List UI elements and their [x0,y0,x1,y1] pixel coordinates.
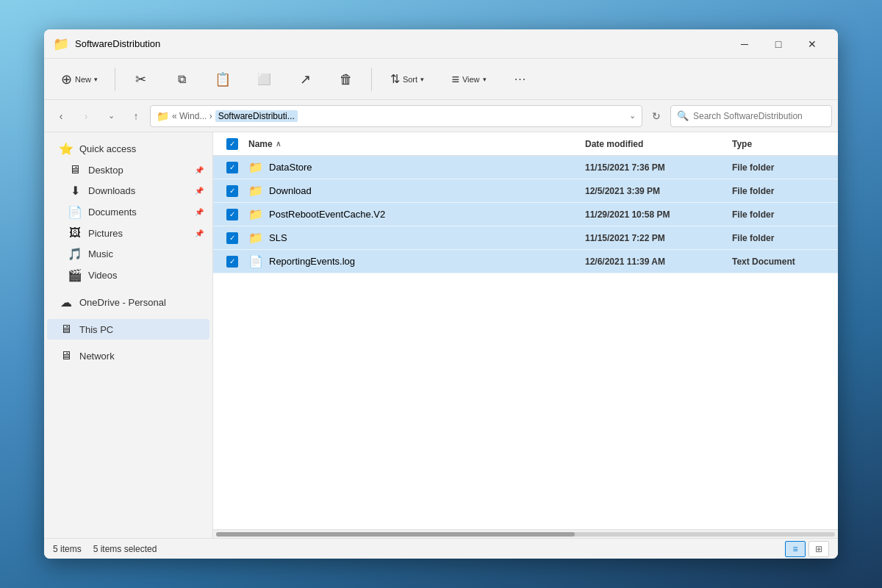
row-check-download[interactable]: ✓ [219,185,245,197]
sidebar-label-documents: Documents [88,207,189,218]
row-name-reportingevents: 📄 ReportingEvents.log [245,254,582,268]
scrollbar-thumb[interactable] [216,532,575,537]
address-current-folder: SoftwareDistributi... [215,110,298,122]
maximize-button[interactable]: □ [761,32,795,56]
sidebar-item-pictures[interactable]: 🖼 Pictures 📌 [47,223,209,243]
table-row[interactable]: ✓ 📁 Download 12/5/2021 3:39 PM File fold… [213,179,838,203]
view-label: View [462,75,480,84]
sidebar-item-downloads[interactable]: ⬇ Downloads 📌 [47,180,209,201]
sidebar-item-documents[interactable]: 📄 Documents 📌 [47,201,209,223]
row-check-postreboot[interactable]: ✓ [219,209,245,220]
list-view-button[interactable]: ≡ [785,541,806,557]
search-box[interactable]: 🔍 [670,105,832,127]
delete-button[interactable]: 🗑 [327,62,365,97]
address-folder-icon: 📁 [157,110,169,122]
horizontal-scrollbar[interactable] [213,529,838,538]
music-icon: 🎵 [68,247,82,261]
more-button[interactable]: ··· [501,62,539,97]
paste-button[interactable]: 📋 [204,62,242,97]
header-checkbox[interactable]: ✓ [226,138,238,150]
row-name-sls: 📁 SLS [245,231,582,245]
row-check-reportingevents[interactable]: ✓ [219,256,245,268]
downloads-icon: ⬇ [68,184,82,198]
sidebar-label-downloads: Downloads [88,185,189,196]
sort-button[interactable]: ⇅ Sort ▾ [378,62,437,97]
row-check-sls[interactable]: ✓ [219,232,245,244]
checkbox-postreboot[interactable]: ✓ [226,209,238,220]
more-icon: ··· [514,74,526,85]
share-button[interactable]: ↗ [286,62,324,97]
address-box[interactable]: 📁 « Wind... › SoftwareDistributi... ⌄ [150,105,642,127]
view-button[interactable]: ≡ View ▾ [440,62,498,97]
pictures-pin-icon: 📌 [195,229,204,237]
view-dropdown-arrow: ▾ [483,76,487,83]
addressbar: ‹ › ⌄ ↑ 📁 « Wind... › SoftwareDistributi… [44,100,838,132]
quick-access-icon: ⭐ [59,142,74,156]
sidebar-item-desktop[interactable]: 🖥 Desktop 📌 [47,159,209,180]
sidebar-item-onedrive[interactable]: ☁ OneDrive - Personal [47,292,209,313]
new-button[interactable]: ⊕ New ▾ [50,62,109,97]
sidebar-item-network[interactable]: 🖥 Network [47,345,209,366]
copy-button[interactable]: ⧉ [162,62,201,97]
row-name-download: 📁 Download [245,184,582,198]
rename-button[interactable]: ⬜ [245,62,283,97]
minimize-button[interactable]: ─ [728,32,761,56]
table-row[interactable]: ✓ 📁 PostRebootEventCache.V2 11/29/2021 1… [213,203,838,226]
folder-icon-datastore: 📁 [248,160,263,174]
checkbox-datastore[interactable]: ✓ [226,162,238,173]
row-type-datastore: File folder [729,162,832,173]
address-dropdown-icon[interactable]: ⌄ [629,111,636,121]
sidebar-item-videos[interactable]: 🎬 Videos [47,265,209,286]
column-type[interactable]: Type [729,139,832,149]
table-row[interactable]: ✓ 📁 DataStore 11/15/2021 7:36 PM File fo… [213,156,838,179]
table-row[interactable]: ✓ 📄 ReportingEvents.log 12/6/2021 11:39 … [213,250,838,273]
column-date-modified[interactable]: Date modified [582,139,729,149]
items-count: 5 items [53,544,82,554]
search-input[interactable] [693,111,825,121]
sidebar-label-videos: Videos [88,270,204,281]
selected-count: 5 items selected [93,544,157,554]
sidebar-item-music[interactable]: 🎵 Music [47,243,209,265]
downloads-pin-icon: 📌 [195,187,204,195]
sort-dropdown-arrow: ▾ [420,76,424,83]
header-check-col[interactable]: ✓ [219,138,245,150]
sidebar-item-thispc[interactable]: 🖥 This PC [47,319,209,340]
recent-locations-button[interactable]: ⌄ [100,105,122,127]
address-path-prefix: « Wind... › [172,111,212,121]
window-icon: 📁 [53,36,69,52]
row-check-datastore[interactable]: ✓ [219,162,245,173]
table-row[interactable]: ✓ 📁 SLS 11/15/2021 7:22 PM File folder [213,226,838,250]
grid-view-button[interactable]: ⊞ [808,541,829,557]
checkbox-download[interactable]: ✓ [226,185,238,197]
back-button[interactable]: ‹ [50,105,72,127]
refresh-button[interactable]: ↻ [645,105,667,127]
new-label: New [75,75,91,84]
sidebar-label-onedrive: OneDrive - Personal [79,297,204,308]
documents-pin-icon: 📌 [195,208,204,216]
row-date-postreboot: 11/29/2021 10:58 PM [582,209,729,220]
pictures-icon: 🖼 [68,226,82,240]
documents-icon: 📄 [68,205,82,219]
toolbar-separator-2 [371,68,372,91]
sidebar-item-quick-access[interactable]: ⭐ Quick access [47,138,209,159]
file-list-header: ✓ Name ∧ Date modified Type [213,132,838,156]
sidebar-label-quick-access: Quick access [79,143,204,154]
cut-button[interactable]: ✂ [121,62,159,97]
onedrive-icon: ☁ [59,295,74,309]
checkbox-sls[interactable]: ✓ [226,232,238,244]
share-icon: ↗ [300,73,311,86]
up-button[interactable]: ↑ [125,105,147,127]
toolbar: ⊕ New ▾ ✂ ⧉ 📋 ⬜ ↗ 🗑 ⇅ Sort ▾ ≡ [44,59,838,100]
close-button[interactable]: ✕ [795,32,829,56]
checkbox-reportingevents[interactable]: ✓ [226,256,238,268]
forward-button[interactable]: › [75,105,97,127]
sidebar-label-desktop: Desktop [88,165,189,176]
scrollbar-track[interactable] [216,532,835,537]
folder-icon-postreboot: 📁 [248,207,263,221]
rename-icon: ⬜ [257,74,271,85]
row-date-reportingevents: 12/6/2021 11:39 AM [582,257,729,267]
window-title: SoftwareDistribution [75,38,728,49]
column-name[interactable]: Name ∧ [245,139,582,149]
file-explorer-window: 📁 SoftwareDistribution ─ □ ✕ ⊕ New ▾ ✂ ⧉… [44,29,838,559]
row-date-datastore: 11/15/2021 7:36 PM [582,162,729,173]
